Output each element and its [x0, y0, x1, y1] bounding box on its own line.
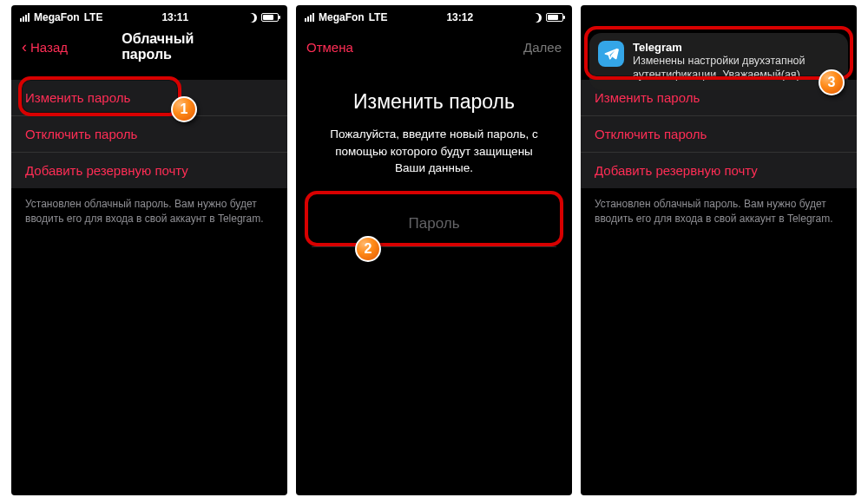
page-title: Облачный пароль — [122, 31, 232, 62]
footer-text: Установлен облачный пароль. Вам нужно бу… — [11, 188, 287, 226]
password-input[interactable] — [312, 206, 556, 247]
status-bar: MegaFon LTE 13:12 — [296, 5, 572, 29]
change-password-desc: Пожалуйста, введите новый пароль, с помо… — [317, 126, 551, 177]
cancel-button[interactable]: Отмена — [306, 40, 353, 55]
dnd-icon — [247, 13, 257, 23]
menu-group: Изменить пароль Отключить пароль Добавит… — [11, 80, 287, 188]
notification-title: Telegram — [633, 41, 839, 54]
back-label: Назад — [30, 40, 68, 55]
navbar: Отмена Далее — [296, 29, 572, 64]
chevron-left-icon: ‹ — [22, 39, 27, 55]
next-button[interactable]: Далее — [523, 40, 562, 55]
status-time: 13:12 — [446, 11, 473, 23]
network-label: LTE — [369, 11, 388, 23]
footer-text: Установлен облачный пароль. Вам нужно бу… — [581, 188, 857, 226]
change-password-title: Изменить пароль — [317, 90, 551, 114]
menu-add-email[interactable]: Добавить резервную почту — [11, 153, 287, 188]
battery-icon — [261, 13, 279, 22]
status-bar: MegaFon LTE 13:11 — [11, 5, 287, 29]
status-time: 13:11 — [161, 11, 188, 23]
menu-add-email[interactable]: Добавить резервную почту — [581, 153, 857, 188]
screen-2: MegaFon LTE 13:12 Отмена Далее Изменить … — [296, 5, 572, 495]
menu-disable-password[interactable]: Отключить пароль — [11, 116, 287, 153]
telegram-icon — [598, 41, 624, 67]
battery-icon — [546, 13, 563, 22]
back-button[interactable]: ‹ Назад — [22, 39, 68, 55]
signal-icon — [305, 13, 314, 22]
menu-disable-password[interactable]: Отключить пароль — [581, 116, 857, 153]
menu-group: Изменить пароль Отключить пароль Добавит… — [581, 80, 857, 188]
carrier-label: MegaFon — [319, 11, 365, 23]
network-label: LTE — [84, 11, 103, 23]
notification[interactable]: Telegram Изменены настройки двухэтапной … — [589, 33, 848, 90]
notification-body: Изменены настройки двухэтапной аутентифи… — [633, 54, 839, 82]
screen-1: MegaFon LTE 13:11 ‹ Назад Облачный парол… — [11, 5, 287, 495]
menu-change-password[interactable]: Изменить пароль — [11, 80, 287, 116]
screen-3: Изменить пароль Отключить пароль Добавит… — [581, 5, 857, 495]
navbar: ‹ Назад Облачный пароль — [11, 29, 287, 64]
carrier-label: MegaFon — [34, 11, 80, 23]
dnd-icon — [532, 13, 542, 23]
signal-icon — [20, 13, 30, 22]
